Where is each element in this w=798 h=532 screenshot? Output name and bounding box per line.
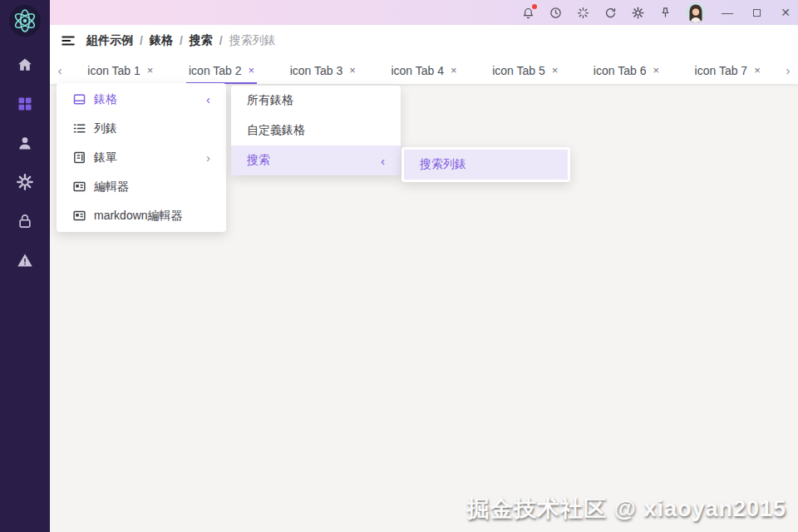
menu-item-search[interactable]: 搜索 ‹ <box>231 145 401 175</box>
tab-label: icon Tab 2 <box>189 64 242 77</box>
app-window: — ✕ 組件示例 / 錶格 / 搜索 / 搜索列錶 ‹ icon Tab 1 ×… <box>0 0 798 532</box>
tab-label: icon Tab 5 <box>492 64 545 77</box>
maximize-button[interactable] <box>749 0 764 25</box>
dropdown-menu-level-2: 所有錶格 自定義錶格 搜索 ‹ <box>231 86 401 175</box>
sidebar-item-components[interactable] <box>16 95 34 113</box>
tab-close-icon[interactable]: × <box>249 64 255 76</box>
sidebar-item-error[interactable] <box>16 251 34 269</box>
pin-icon[interactable] <box>658 6 672 19</box>
topbar: — ✕ <box>50 0 798 25</box>
gear-icon <box>17 174 33 190</box>
notification-dot <box>532 4 537 9</box>
breadcrumb-separator: / <box>140 34 143 47</box>
settings-gear-icon[interactable] <box>631 6 644 19</box>
menu-item-label: 列錶 <box>94 121 117 136</box>
menu-item-table[interactable]: 錶格 ‹ <box>57 85 226 114</box>
sidebar-nav <box>0 56 50 269</box>
menu-item-label: 所有錶格 <box>247 93 293 108</box>
maximize-square-icon <box>753 9 761 17</box>
tab-close-icon[interactable]: × <box>349 64 356 76</box>
menu-item-label: 自定義錶格 <box>247 123 305 138</box>
notification-bell-icon[interactable] <box>521 6 534 19</box>
tab-label: icon Tab 6 <box>594 64 647 77</box>
menu-item-all-tables[interactable]: 所有錶格 <box>231 86 401 116</box>
clock-icon[interactable] <box>549 6 562 19</box>
menu-item-list[interactable]: 列錶 <box>57 114 226 143</box>
close-button[interactable]: ✕ <box>778 0 793 25</box>
form-icon <box>72 150 86 165</box>
tabs-scroll-left-icon[interactable]: ‹ <box>50 57 70 84</box>
tab-bar: ‹ icon Tab 1 × icon Tab 2 × icon Tab 3 ×… <box>50 57 798 84</box>
breadcrumb-item-current: 搜索列錶 <box>229 33 276 48</box>
tab-icon-tab-3[interactable]: icon Tab 3 × <box>272 57 373 84</box>
tab-label: icon Tab 1 <box>87 64 140 77</box>
sidebar-item-user[interactable] <box>16 134 34 152</box>
user-avatar[interactable] <box>686 2 706 22</box>
dropdown-menu-level-1: 錶格 ‹ 列錶 錶單 › 編輯器 <box>57 83 226 232</box>
topbar-actions: — ✕ <box>521 0 793 25</box>
tab-icon-tab-4[interactable]: icon Tab 4 × <box>373 57 475 84</box>
tab-icon-tab-7[interactable]: icon Tab 7 × <box>677 57 778 84</box>
tab-label: icon Tab 3 <box>290 64 343 77</box>
chevron-left-icon: ‹ <box>206 92 210 106</box>
dropdown-menu-level-3: 搜索列錶 <box>401 147 570 182</box>
table-icon <box>72 92 86 106</box>
tab-label: icon Tab 7 <box>695 64 748 77</box>
sidebar-item-permission[interactable] <box>16 212 34 230</box>
tab-close-icon[interactable]: × <box>754 64 761 76</box>
app-logo-atom-icon[interactable] <box>8 4 42 37</box>
breadcrumb-item[interactable]: 錶格 <box>150 33 173 48</box>
minimize-button[interactable]: — <box>720 0 735 25</box>
refresh-icon[interactable] <box>603 6 617 19</box>
menu-item-label: markdown編輯器 <box>94 209 183 224</box>
chevron-right-icon: › <box>206 150 210 165</box>
tab-close-icon[interactable]: × <box>147 64 154 76</box>
breadcrumb-separator: / <box>219 34 223 47</box>
markdown-editor-icon <box>72 209 86 223</box>
warning-triangle-icon <box>17 252 33 268</box>
menu-item-label: 搜索 <box>247 153 270 168</box>
tab-label: icon Tab 4 <box>391 64 444 77</box>
menu-item-editor[interactable]: 編輯器 <box>57 172 226 201</box>
menu-item-form[interactable]: 錶單 › <box>57 143 226 172</box>
menu-item-search-list[interactable]: 搜索列錶 <box>404 150 568 180</box>
menu-fold-icon[interactable] <box>61 33 76 48</box>
tab-icon-tab-2[interactable]: icon Tab 2 × <box>171 57 273 84</box>
tab-icon-tab-1[interactable]: icon Tab 1 × <box>70 57 171 84</box>
lock-icon <box>17 213 33 229</box>
tab-icon-tab-6[interactable]: icon Tab 6 × <box>576 57 677 84</box>
menu-item-custom-tables[interactable]: 自定義錶格 <box>231 116 401 145</box>
menu-item-label: 錶單 <box>94 150 117 165</box>
tab-close-icon[interactable]: × <box>451 64 457 76</box>
list-icon <box>72 121 86 135</box>
grid-apps-icon <box>17 96 33 112</box>
tab-icon-tab-5[interactable]: icon Tab 5 × <box>475 57 576 84</box>
menu-item-label: 編輯器 <box>94 180 129 195</box>
breadcrumb-separator: / <box>180 34 183 47</box>
tabs-scroll-right-icon[interactable]: › <box>778 57 798 84</box>
header-row: 組件示例 / 錶格 / 搜索 / 搜索列錶 <box>50 25 798 57</box>
user-icon <box>17 135 33 151</box>
sidebar-item-settings[interactable] <box>16 173 34 191</box>
home-icon <box>17 57 33 73</box>
menu-item-label: 搜索列錶 <box>420 157 466 172</box>
sidebar <box>0 0 50 532</box>
breadcrumb-item[interactable]: 組件示例 <box>86 33 133 48</box>
sidebar-item-home[interactable] <box>16 56 34 74</box>
menu-item-markdown-editor[interactable]: markdown編輯器 <box>57 201 226 230</box>
watermark-text: 掘金技术社区 @ xiaoyan2015 <box>467 494 786 524</box>
chevron-left-icon: ‹ <box>381 154 385 168</box>
breadcrumb-item[interactable]: 搜索 <box>190 33 213 48</box>
tab-close-icon[interactable]: × <box>653 64 659 76</box>
tab-close-icon[interactable]: × <box>552 64 559 76</box>
breadcrumb: 組件示例 / 錶格 / 搜索 / 搜索列錶 <box>86 33 276 48</box>
editor-icon <box>72 180 86 194</box>
spark-loading-icon[interactable] <box>576 6 589 19</box>
menu-item-label: 錶格 <box>94 92 117 107</box>
